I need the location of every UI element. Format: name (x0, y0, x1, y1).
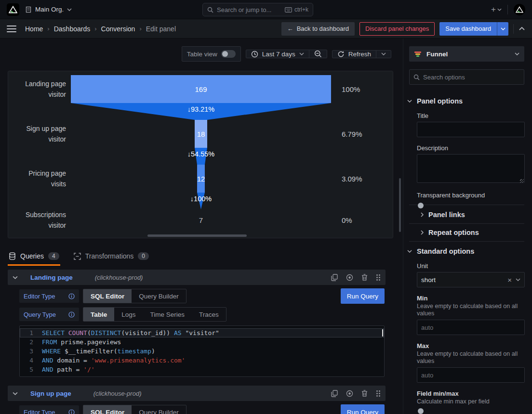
chevron-down-icon (381, 52, 386, 55)
query-type-logs[interactable]: Logs (114, 308, 143, 321)
funnel-conversion-label: ↓93.21% (66, 105, 336, 113)
query-type-traces[interactable]: Traces (192, 308, 226, 321)
table-view-toggle-group[interactable]: Table view (182, 46, 241, 62)
org-switcher[interactable]: Main Org. (25, 6, 72, 13)
chevron-right-icon (421, 212, 424, 217)
keyboard-icon (285, 7, 292, 13)
sql-code-line[interactable]: 4AND domain = 'www.prismeanalytics.com' (20, 356, 384, 365)
tab-queries[interactable]: Queries 4 (8, 250, 60, 266)
sql-code-line[interactable]: 5AND path = '/' (20, 365, 384, 374)
info-icon[interactable] (68, 311, 75, 318)
global-search[interactable]: Search or jump to... ctrl+k (202, 3, 313, 16)
funnel-stage-label: Landing pagevisitor (8, 75, 66, 103)
menu-toggle-button[interactable] (7, 26, 16, 32)
duplicate-query-icon[interactable] (331, 274, 338, 281)
disable-query-icon[interactable] (346, 390, 353, 397)
editor-mode-query-builder[interactable]: Query Builder (132, 405, 186, 414)
drag-handle-icon[interactable] (376, 274, 381, 281)
breadcrumb-separator: › (94, 25, 96, 32)
user-avatar[interactable] (514, 4, 525, 15)
time-controls-group: Last 7 days (246, 50, 327, 58)
chevron-down-icon[interactable] (13, 276, 18, 279)
breadcrumb-dashboards[interactable]: Dashboards (54, 25, 91, 33)
editor-mode-sql-editor[interactable]: SQL Editor (83, 405, 132, 414)
refresh-group: Refresh (332, 50, 391, 58)
page: { "theme": { "accent_blue": "#3d71d9", "… (0, 0, 532, 414)
unit-select[interactable]: short × (417, 272, 525, 287)
query-type-time-series[interactable]: Time Series (143, 308, 192, 321)
panel-title-input[interactable] (417, 122, 525, 137)
run-query-button[interactable]: Run Query (341, 404, 385, 414)
refresh-interval-caret[interactable] (376, 51, 391, 58)
funnel-transition-row: ↓54.55% (8, 148, 393, 165)
clear-unit-icon[interactable]: × (507, 276, 512, 284)
visualization-picker[interactable]: Funnel (409, 46, 524, 62)
query-header[interactable]: Sign up page (clickhouse-prod) (8, 386, 386, 401)
table-view-toggle[interactable] (221, 50, 236, 58)
horizontal-scrollbar[interactable] (147, 234, 247, 237)
funnel-bar: 169 (71, 75, 331, 103)
info-icon[interactable] (68, 409, 75, 414)
discard-panel-changes-button[interactable]: Discard panel changes (359, 22, 435, 36)
save-dashboard-caret-button[interactable] (497, 22, 508, 36)
back-to-dashboard-button[interactable]: ← Back to dashboard (281, 22, 355, 36)
sql-code-line[interactable]: 1SELECT COUNT(DISTINCT(visitor_id)) AS "… (20, 328, 384, 337)
min-input[interactable] (417, 320, 525, 335)
editor-type-field-label: Editor Type (19, 405, 79, 414)
funnel-bar-value: 18 (197, 130, 205, 138)
time-range-picker[interactable]: Last 7 days (246, 50, 309, 58)
app-logo[interactable] (7, 3, 19, 16)
chevron-down-icon[interactable] (13, 392, 18, 395)
breadcrumb-conversion[interactable]: Conversion (101, 25, 135, 33)
title-label: Title (417, 112, 524, 119)
zoom-out-time-button[interactable] (309, 50, 327, 58)
run-query-button[interactable]: Run Query (341, 288, 385, 304)
funnel-conversion-label: ↓54.55% (66, 150, 336, 158)
query-header[interactable]: Landing page (clickhouse-prod) (8, 270, 386, 285)
transform-icon (74, 253, 81, 260)
panel-description-input[interactable] (417, 154, 525, 183)
funnel-stage-label: Subscriptionsvisitor (8, 209, 66, 231)
section-repeat-options[interactable]: Repeat options (421, 229, 524, 236)
save-dashboard-button[interactable]: Save dashboard (439, 22, 497, 36)
section-panel-links[interactable]: Panel links (421, 211, 524, 219)
disable-query-icon[interactable] (346, 274, 353, 281)
duplicate-query-icon[interactable] (331, 390, 338, 397)
transformations-count-badge: 0 (138, 252, 149, 260)
database-icon (9, 252, 16, 260)
new-menu-button[interactable]: + (491, 5, 502, 14)
sql-code-line[interactable]: 3WHERE $__timeFilter(timestamp) (20, 347, 384, 356)
funnel-transition-area: ↓93.21% (66, 103, 336, 120)
panel-editor-actions: ← Back to dashboard Discard panel change… (281, 22, 525, 36)
options-search[interactable]: Search options (409, 69, 524, 85)
sql-editor[interactable]: 1SELECT COUNT(DISTINCT(visitor_id)) AS "… (19, 325, 385, 377)
info-icon[interactable] (68, 293, 75, 299)
query-card-landing-page: Landing page (clickhouse-prod) Editor (8, 270, 386, 377)
vertical-scrollbar[interactable] (399, 178, 401, 232)
section-panel-options[interactable]: Panel options (407, 97, 524, 105)
editor-mode-query-builder[interactable]: Query Builder (132, 289, 186, 303)
query-name[interactable]: Landing page (30, 274, 73, 281)
sql-code-line[interactable]: 2FROM prisme.pageviews (20, 337, 384, 347)
delete-query-icon[interactable] (361, 390, 368, 397)
section-standard-options[interactable]: Standard options (407, 247, 524, 255)
resize-handle[interactable] (520, 179, 524, 183)
chevron-down-icon (407, 100, 412, 103)
collapse-pane-button[interactable] (519, 26, 525, 31)
editor-mode-sql-editor[interactable]: SQL Editor (83, 289, 132, 303)
breadcrumb-home[interactable]: Home (25, 25, 43, 33)
tab-transformations[interactable]: Transformations 0 (73, 250, 150, 266)
arrow-left-icon: ← (287, 25, 293, 32)
funnel-stage-label: Pricing pagevisits (8, 165, 66, 193)
query-type-field-label: Query Type (19, 308, 79, 321)
query-name[interactable]: Sign up page (30, 390, 71, 397)
refresh-button[interactable]: Refresh (332, 51, 376, 58)
drag-handle-icon[interactable] (376, 390, 381, 397)
max-input[interactable] (417, 367, 525, 383)
funnel-bar-area: 169 (66, 75, 336, 103)
delete-query-icon[interactable] (361, 274, 368, 281)
query-type-table[interactable]: Table (83, 308, 114, 321)
min-help-text: Leave empty to calculate based on all va… (417, 303, 527, 317)
funnel-stage-row: Subscriptionsvisitor70% (8, 209, 393, 231)
editor-type-row: Editor Type SQL Editor Query Builder Run… (19, 288, 386, 304)
